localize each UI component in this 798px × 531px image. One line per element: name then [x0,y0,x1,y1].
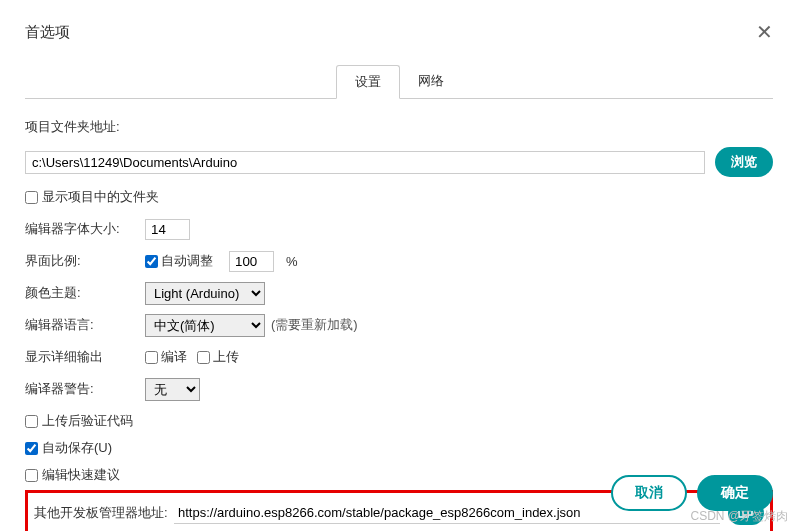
ok-button[interactable]: 确定 [697,475,773,511]
browse-button[interactable]: 浏览 [715,147,773,177]
theme-label: 颜色主题: [25,284,145,302]
font-size-label: 编辑器字体大小: [25,220,145,238]
dialog-footer: 取消 确定 [611,475,773,511]
autosave-checkbox[interactable] [25,442,38,455]
settings-form: 项目文件夹地址: 浏览 显示项目中的文件夹 编辑器字体大小: 界面比例: 自动调… [25,115,773,531]
scale-input[interactable] [229,251,274,272]
sketch-location-label: 项目文件夹地址: [25,118,120,136]
warnings-select[interactable]: 无 [145,378,200,401]
verbose-compile-checkbox[interactable] [145,351,158,364]
theme-select[interactable]: Light (Arduino) [145,282,265,305]
scale-label: 界面比例: [25,252,145,270]
verbose-upload-checkbox[interactable] [197,351,210,364]
quick-suggest-checkbox[interactable] [25,469,38,482]
auto-adjust-checkbox[interactable] [145,255,158,268]
scale-unit: % [286,254,298,269]
dialog-header: 首选项 ✕ [25,20,773,44]
verbose-upload-label: 上传 [213,348,239,366]
quick-suggest-label: 编辑快速建议 [42,466,120,484]
show-files-label: 显示项目中的文件夹 [42,188,159,206]
sketch-location-input[interactable] [25,151,705,174]
lang-label: 编辑器语言: [25,316,145,334]
autosave-label: 自动保存(U) [42,439,112,457]
watermark-text: CSDN @牙签烤肉 [690,508,788,525]
verbose-label: 显示详细输出 [25,348,145,366]
verify-after-upload-label: 上传后验证代码 [42,412,133,430]
tab-network[interactable]: 网络 [400,65,462,99]
tab-bar: 设置 网络 [25,64,773,99]
dialog-title: 首选项 [25,23,70,42]
verify-after-upload-checkbox[interactable] [25,415,38,428]
auto-adjust-label: 自动调整 [161,252,213,270]
cancel-button[interactable]: 取消 [611,475,687,511]
close-icon[interactable]: ✕ [756,20,773,44]
warnings-label: 编译器警告: [25,380,145,398]
lang-select[interactable]: 中文(简体) [145,314,265,337]
preferences-dialog: 首选项 ✕ 设置 网络 项目文件夹地址: 浏览 显示项目中的文件夹 编辑器字体大… [0,0,798,531]
tab-settings[interactable]: 设置 [336,65,400,99]
board-urls-label: 其他开发板管理器地址: [34,504,174,522]
lang-hint: (需要重新加载) [271,316,358,334]
verbose-compile-label: 编译 [161,348,187,366]
font-size-input[interactable] [145,219,190,240]
show-files-checkbox[interactable] [25,191,38,204]
